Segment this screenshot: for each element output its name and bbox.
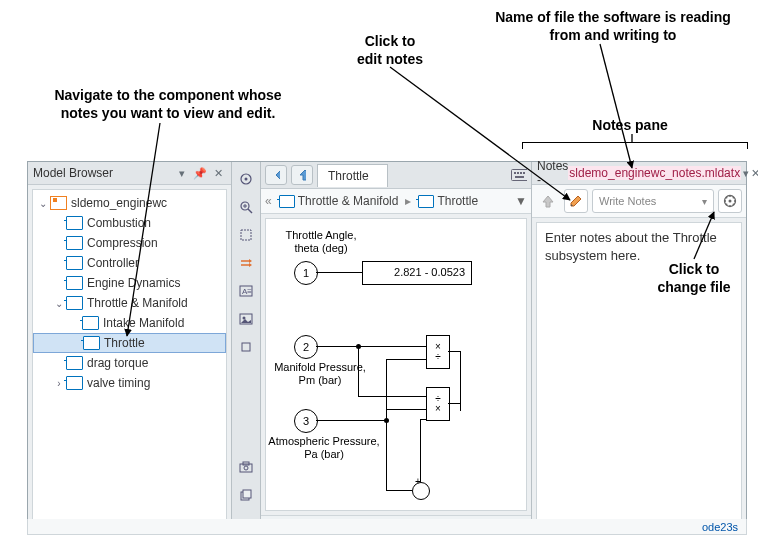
close-icon[interactable]: ✕ [210,165,226,181]
port2-label: Manifold Pressure, Pm (bar) [270,361,370,387]
model-browser-title: Model Browser [33,166,172,180]
keyboard-icon[interactable] [511,167,527,183]
edit-notes-button[interactable] [564,189,588,213]
svg-rect-22 [512,170,528,181]
subsystem-icon [83,336,100,350]
chevron-down-icon[interactable]: ▾ [743,165,749,181]
subsystem-icon [82,316,99,330]
nav-back-button[interactable] [265,165,287,185]
svg-point-29 [729,200,732,203]
solver-link[interactable]: ode23s [702,521,738,533]
tree-item[interactable]: ⌄sldemo_enginewc [33,193,226,213]
diagram-canvas[interactable]: Throttle Angle, theta (deg) 1 2.821 - 0.… [265,218,527,511]
notes-mode-dropdown[interactable]: Write Notes [592,189,714,213]
tree-item-label: Controller [83,256,139,270]
tree-item-label: Compression [83,236,158,250]
svg-point-19 [244,466,248,470]
svg-rect-16 [242,343,250,351]
svg-rect-24 [517,172,519,174]
svg-rect-23 [514,172,516,174]
tree-item[interactable]: Combustion [33,213,226,233]
notes-title-prefix: Notes - [537,159,568,187]
tree-item-label: Combustion [83,216,151,230]
tree-item[interactable]: drag torque [33,353,226,373]
port1[interactable]: 1 [294,261,318,285]
tree-item[interactable]: Engine Dynamics [33,273,226,293]
subsystem-icon [66,376,83,390]
canvas-area: Throttle « Throttle & Manifold ▸ Throttl… [261,162,531,534]
svg-rect-11 [241,230,251,240]
svg-point-15 [243,317,246,320]
svg-rect-21 [243,490,251,498]
notes-toolbar: Write Notes [532,185,746,218]
tree-item-label: Engine Dynamics [83,276,180,290]
bracket-notes-pane [522,142,748,149]
fit-icon[interactable] [235,224,257,246]
up-icon[interactable] [536,189,560,213]
tab-throttle[interactable]: Throttle [317,164,388,187]
layers-icon[interactable] [235,484,257,506]
tree-item-label: drag torque [83,356,148,370]
tree-item[interactable]: ›valve timing [33,373,226,393]
nav-up-button[interactable] [291,165,313,185]
annotation-notes-pane: Notes pane [570,116,690,134]
block-icon [279,195,295,208]
annotation-icon[interactable]: A≡ [235,280,257,302]
notes-body[interactable]: Enter notes about the Throttle subsystem… [536,222,742,530]
port2[interactable]: 2 [294,335,318,359]
arrows-icon[interactable] [235,252,257,274]
tree-item[interactable]: Throttle [33,333,226,353]
close-icon[interactable]: ✕ [751,165,758,181]
tree-item[interactable]: Compression [33,233,226,253]
port3[interactable]: 3 [294,409,318,433]
subsystem-icon [66,216,83,230]
subsystem-icon [66,236,83,250]
vertical-toolbar: A≡ « [232,162,261,534]
svg-line-8 [248,209,252,213]
notes-header: Notes - sldemo_enginewc_notes.mldatx ▾ ✕ [532,162,746,185]
zoom-in-icon[interactable] [235,196,257,218]
tree-item[interactable]: ⌄Throttle & Manifold [33,293,226,313]
app-window: Model Browser ▾ 📌 ✕ ⌄sldemo_enginewcComb… [27,161,747,535]
tree-item[interactable]: Intake Manifold [33,313,226,333]
tree-item-label: sldemo_enginewc [67,196,167,210]
equation-block[interactable]: 2.821 - 0.0523 [362,261,472,285]
tree-item-label: Throttle [100,336,145,350]
svg-rect-27 [515,176,524,178]
breadcrumb-seg-2[interactable]: Throttle [415,194,481,208]
pin-icon[interactable]: 📌 [192,165,208,181]
multiply-divide-block-2[interactable]: ÷× [426,387,450,421]
square-icon[interactable] [235,336,257,358]
port3-label: Atmospheric Pressure, Pa (bar) [266,435,382,461]
change-file-button[interactable] [718,189,742,213]
chevron-down-icon[interactable]: ⌄ [37,198,49,209]
model-tree[interactable]: ⌄sldemo_enginewcCombustionCompressionCon… [32,189,227,530]
subsystem-icon [66,276,83,290]
svg-rect-25 [520,172,522,174]
tab-label: Throttle [328,169,369,183]
breadcrumb-seg-1[interactable]: Throttle & Manifold [276,194,402,208]
tree-item[interactable]: Controller [33,253,226,273]
svg-point-6 [245,178,248,181]
status-bar: ode23s [27,519,747,535]
notes-filename: sldemo_enginewc_notes.mldatx [568,166,741,180]
annotation-file-name: Name of file the software is reading fro… [478,8,748,44]
subsystem-icon [66,256,83,270]
model-icon [50,196,67,210]
breadcrumb[interactable]: « Throttle & Manifold ▸ Throttle ▼ [261,189,531,214]
tree-item-label: valve timing [83,376,150,390]
svg-rect-26 [523,172,525,174]
annotation-edit-notes: Click to edit notes [330,32,450,68]
subsystem-icon [66,296,83,310]
port1-label: Throttle Angle, theta (deg) [276,229,366,255]
target-icon[interactable] [235,168,257,190]
image-icon[interactable] [235,308,257,330]
subsystem-icon [66,356,83,370]
camera-icon[interactable] [235,456,257,478]
tree-item-label: Intake Manifold [99,316,184,330]
svg-line-1 [600,44,632,168]
multiply-divide-block-1[interactable]: ×÷ [426,335,450,369]
annotation-navigate: Navigate to the component whose notes yo… [28,86,308,122]
chevron-down-icon[interactable]: ▾ [174,165,190,181]
notes-panel: Notes - sldemo_enginewc_notes.mldatx ▾ ✕… [531,162,746,534]
